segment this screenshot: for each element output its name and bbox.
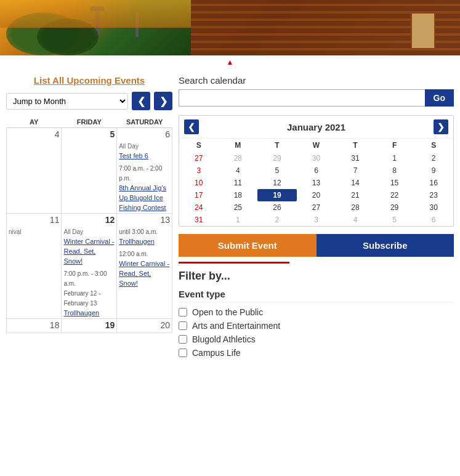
day-header-t1: T xyxy=(257,139,297,152)
filter-checkbox-3[interactable] xyxy=(179,349,187,357)
submit-event-button[interactable]: Submit Event xyxy=(179,234,317,257)
mini-cal-day[interactable]: 28 xyxy=(219,152,258,164)
mini-cal-day[interactable]: 25 xyxy=(219,201,258,214)
mini-cal-day[interactable]: 23 xyxy=(414,189,453,201)
mini-cal-day[interactable]: 19 xyxy=(257,189,297,201)
mini-cal-day[interactable]: 27 xyxy=(297,201,336,214)
event-title[interactable]: Winter Carnival - Read, Set, Snow! xyxy=(63,238,114,265)
top-marker: ▲ xyxy=(227,58,234,67)
mini-cal-day[interactable]: 15 xyxy=(375,177,414,189)
mini-prev-btn[interactable]: ❮ xyxy=(184,119,199,134)
mini-cal-day[interactable]: 12 xyxy=(257,177,297,189)
mini-cal-day[interactable]: 8 xyxy=(375,164,414,177)
list-all-events-link[interactable]: List All Upcoming Events xyxy=(6,75,172,86)
mini-cal-day[interactable]: 20 xyxy=(297,189,336,201)
mini-cal-day[interactable]: 7 xyxy=(336,164,375,177)
week-calendar: AY FRIDAY SATURDAY 4 5 6 xyxy=(6,116,172,333)
event-title[interactable]: Test feb 6 xyxy=(119,152,148,159)
mini-cal-day[interactable]: 3 xyxy=(179,164,219,177)
go-button[interactable]: Go xyxy=(425,89,454,107)
filter-checkbox-1[interactable] xyxy=(179,321,187,330)
filter-item: Arts and Entertainment xyxy=(179,321,454,331)
mini-cal-day[interactable]: 1 xyxy=(375,152,414,164)
mini-cal-day[interactable]: 3 xyxy=(297,214,336,226)
header-banner xyxy=(0,0,460,55)
filter-checkbox-2[interactable] xyxy=(179,335,187,344)
mini-cal-day[interactable]: 14 xyxy=(336,177,375,189)
mini-cal-day[interactable]: 4 xyxy=(219,164,258,177)
filter-label: Open to the Public xyxy=(192,307,263,317)
mini-cal-day[interactable]: 26 xyxy=(257,201,297,214)
header-left xyxy=(0,0,191,55)
filter-item: Open to the Public xyxy=(179,307,454,317)
day-number: 13 xyxy=(119,215,170,225)
mini-cal-day[interactable]: 24 xyxy=(179,201,219,214)
mini-cal-title: January 2021 xyxy=(287,122,345,132)
mini-cal-day[interactable]: 6 xyxy=(414,214,453,226)
day-header-t2: T xyxy=(336,139,375,152)
subscribe-button[interactable]: Subscribe xyxy=(317,234,454,257)
mini-calendar: ❮ January 2021 ❯ S M T W T F S xyxy=(179,115,454,227)
col-header-friday: FRIDAY xyxy=(62,116,117,128)
day-number: 20 xyxy=(119,320,170,330)
mini-cal-day[interactable]: 9 xyxy=(414,164,453,177)
red-divider xyxy=(179,262,289,264)
day-number: 18 xyxy=(9,320,59,330)
action-buttons: Submit Event Subscribe xyxy=(179,234,454,257)
day-number: 5 xyxy=(63,129,115,139)
filter-label: Blugold Athletics xyxy=(192,334,256,344)
top-bar: ▲ xyxy=(0,55,460,69)
event-title[interactable]: 8th Annual Jig's Up Blugold Ice Fishing … xyxy=(119,184,166,211)
event-block: 7:00 a.m. - 2:00 p.m. 8th Annual Jig's U… xyxy=(119,163,170,212)
mini-cal-day[interactable]: 2 xyxy=(414,152,453,164)
event-title[interactable]: Winter Carnival - Read, Set, Snow! xyxy=(119,260,169,287)
mini-cal-day[interactable]: 18 xyxy=(219,189,258,201)
day-number: 12 xyxy=(63,215,115,225)
search-input[interactable] xyxy=(179,89,425,107)
mini-cal-day[interactable]: 29 xyxy=(375,201,414,214)
mini-cal-table: S M T W T F S 27282930311234567891011121… xyxy=(179,139,453,226)
day-cell-18: 18 xyxy=(7,319,62,333)
jump-to-month-select[interactable]: Jump to MonthJanuary 2021February 2021Ma… xyxy=(6,93,128,110)
day-header-s2: S xyxy=(414,139,453,152)
mini-cal-header: ❮ January 2021 ❯ xyxy=(179,116,453,139)
event-type-label: Event type xyxy=(179,289,454,302)
mini-cal-day[interactable]: 5 xyxy=(257,164,297,177)
mini-cal-day[interactable]: 28 xyxy=(336,201,375,214)
mini-cal-day[interactable]: 10 xyxy=(179,177,219,189)
mini-cal-day[interactable]: 29 xyxy=(257,152,297,164)
left-sidebar: List All Upcoming Events Jump to MonthJa… xyxy=(6,75,172,361)
mini-cal-day[interactable]: 27 xyxy=(179,152,219,164)
filter-item: Campus Life xyxy=(179,348,454,358)
event-title[interactable]: Trollhaugen xyxy=(119,238,155,245)
col-header-saturday: SATURDAY xyxy=(117,116,172,128)
mini-cal-day[interactable]: 13 xyxy=(297,177,336,189)
filter-label: Arts and Entertainment xyxy=(192,321,280,331)
search-label: Search calendar xyxy=(179,75,454,86)
mini-cal-day[interactable]: 22 xyxy=(375,189,414,201)
mini-cal-day[interactable]: 31 xyxy=(179,214,219,226)
mini-cal-day[interactable]: 30 xyxy=(297,152,336,164)
table-row: 18 19 20 xyxy=(7,319,172,333)
mini-cal-day[interactable]: 16 xyxy=(414,177,453,189)
mini-cal-day[interactable]: 21 xyxy=(336,189,375,201)
mini-next-btn[interactable]: ❯ xyxy=(434,119,448,134)
day-cell-12: 12 All Day Winter Carnival - Read, Set, … xyxy=(62,214,117,319)
mini-cal-day[interactable]: 2 xyxy=(257,214,297,226)
mini-cal-day[interactable]: 31 xyxy=(336,152,375,164)
day-cell-19: 19 xyxy=(62,319,117,333)
day-cell-6: 6 All Day Test feb 6 7:00 a.m. - 2:00 p.… xyxy=(117,128,172,214)
next-month-btn[interactable]: ❯ xyxy=(154,92,172,110)
mini-cal-day[interactable]: 4 xyxy=(336,214,375,226)
filter-checkbox-0[interactable] xyxy=(179,308,187,317)
mini-cal-day[interactable]: 5 xyxy=(375,214,414,226)
event-title[interactable]: Trollhaugen xyxy=(63,309,99,317)
col-header-ay: AY xyxy=(7,116,62,128)
mini-cal-day[interactable]: 11 xyxy=(219,177,258,189)
mini-cal-day[interactable]: 6 xyxy=(297,164,336,177)
day-header-w: W xyxy=(297,139,336,152)
prev-month-btn[interactable]: ❮ xyxy=(132,92,150,110)
mini-cal-day[interactable]: 30 xyxy=(414,201,453,214)
mini-cal-day[interactable]: 17 xyxy=(179,189,219,201)
mini-cal-day[interactable]: 1 xyxy=(219,214,258,226)
